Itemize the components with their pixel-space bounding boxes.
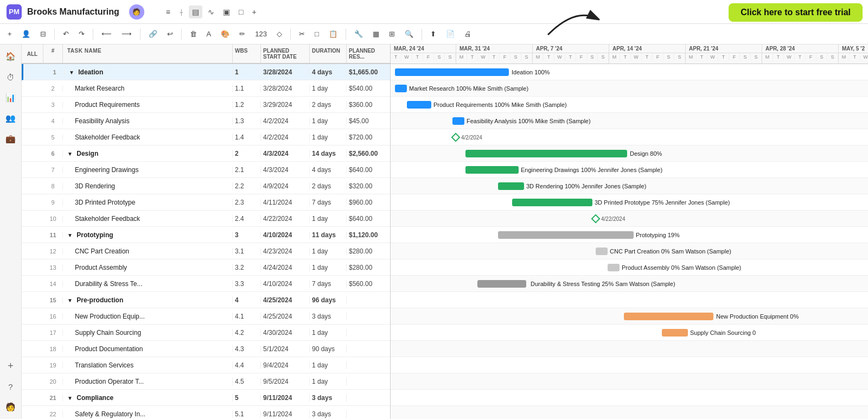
table-row[interactable]: 22 Safety & Regulatory In... 5.1 9/11/20… — [22, 406, 390, 419]
table-row[interactable]: 13 Product Assembly 3.2 4/24/2024 1 day … — [22, 259, 390, 276]
row-number: 10 — [43, 215, 63, 222]
day-cell: S — [598, 53, 609, 61]
gantt-bar[interactable] — [395, 85, 407, 92]
font-button[interactable]: A — [203, 28, 215, 40]
doc-button[interactable]: 📄 — [443, 28, 458, 40]
cta-button[interactable]: Click here to start free trial — [729, 3, 863, 22]
edit-button[interactable]: ✏ — [236, 28, 248, 40]
add-view-icon[interactable]: + — [248, 5, 259, 18]
table-row[interactable]: 21 ▼ Compliance 5 9/11/2024 3 days — [22, 390, 390, 406]
table-row[interactable]: 5 Stakeholder Feedback 1.4 4/2/2024 1 da… — [22, 129, 390, 145]
export-button[interactable]: ⬆ — [427, 28, 439, 40]
row-wbs: 3.3 — [233, 280, 261, 288]
gantt-bar-label: CNC Part Creation 0% Sam Watson (Sample) — [610, 248, 731, 255]
gantt-bar[interactable] — [477, 280, 526, 288]
table-row[interactable]: 2 Market Research 1.1 3/28/2024 1 day $5… — [22, 80, 390, 97]
gantt-bar[interactable] — [465, 150, 627, 157]
table-row[interactable]: 6 ▼ Design 2 4/3/2024 14 days $2,560.00 — [22, 145, 390, 162]
calendar-icon[interactable]: ▣ — [220, 5, 233, 18]
assign-user-button[interactable]: 👤 — [18, 28, 34, 40]
gantt-row — [391, 357, 868, 373]
date-group: APR, 28 '24MTWTFSS — [762, 45, 839, 64]
card-icon[interactable]: □ — [235, 5, 246, 18]
undo-button[interactable]: ↶ — [60, 28, 72, 40]
sidebar-team[interactable]: 👥 — [3, 111, 18, 126]
sidebar-resources[interactable]: 💼 — [3, 131, 18, 147]
gantt-bar[interactable] — [407, 101, 431, 109]
table-row[interactable]: 20 Production Operator T... 4.5 9/5/2024… — [22, 373, 390, 390]
add-button[interactable]: + — [4, 28, 15, 40]
sidebar-add[interactable]: + — [3, 358, 18, 373]
gantt-row: Ideation 100% — [391, 64, 868, 80]
gantt-bar[interactable] — [395, 68, 509, 76]
cut-button[interactable]: ✂ — [296, 28, 308, 40]
gantt-row: Feasibility Analysis 100% Mike Smith (Sa… — [391, 113, 868, 129]
table-row[interactable]: 12 CNC Part Creation 3.1 4/23/2024 1 day… — [22, 243, 390, 259]
link-button[interactable]: 🔗 — [145, 28, 161, 40]
row-wbs: 1.2 — [233, 101, 261, 109]
delete-button[interactable]: 🗑 — [187, 28, 200, 40]
day-cell: W — [554, 53, 565, 61]
sidebar-home[interactable]: 🏠 — [3, 49, 18, 64]
user-avatar[interactable]: 🧑 — [129, 4, 144, 20]
menu-icon[interactable]: ≡ — [163, 5, 174, 18]
link-back-button[interactable]: ↩ — [164, 28, 176, 40]
table-row[interactable]: 1 ▼ Ideation 1 3/28/2024 4 days $1,665.0… — [22, 64, 390, 80]
separator — [54, 29, 55, 40]
shape-button[interactable]: ◇ — [273, 28, 285, 40]
app: PM Brooks Manufacturing 🧑 ≡ ⟊ ▤ ∿ ▣ □ + … — [0, 0, 868, 419]
table-row[interactable]: 16 New Production Equip... 4.1 4/25/2024… — [22, 308, 390, 325]
day-cell: T — [850, 53, 860, 61]
columns-icon[interactable]: ⟊ — [176, 5, 187, 18]
row-start-date: 4/3/2024 — [261, 150, 310, 157]
table-row[interactable]: 11 ▼ Prototyping 3 4/10/2024 11 days $1,… — [22, 227, 390, 243]
table-row[interactable]: 19 Translation Services 4.4 9/4/2024 1 d… — [22, 357, 390, 373]
gantt-bar-label: 3D Rendering 100% Jennifer Jones (Sample… — [526, 183, 646, 189]
gantt-bar[interactable] — [608, 264, 620, 271]
print-button[interactable]: 🖨 — [461, 28, 475, 40]
gantt-bar[interactable] — [465, 166, 519, 174]
row-task-name: ▼ Ideation — [65, 68, 233, 76]
gantt-bar[interactable] — [624, 313, 713, 320]
paste-button[interactable]: 📋 — [326, 28, 341, 40]
zoom-button[interactable]: 🔍 — [401, 28, 417, 40]
table-icon[interactable]: ▤ — [189, 5, 202, 18]
table-row[interactable]: 17 Supply Chain Sourcing 4.2 4/30/2024 1… — [22, 325, 390, 341]
color-button[interactable]: 🎨 — [218, 28, 233, 40]
chart-icon[interactable]: ∿ — [205, 5, 218, 18]
table-row[interactable]: 7 Engineering Drawings 2.1 4/3/2024 4 da… — [22, 162, 390, 178]
table-row[interactable]: 10 Stakeholder Feedback 2.4 4/22/2024 1 … — [22, 211, 390, 227]
row-task-name: Stakeholder Feedback — [63, 134, 233, 141]
sidebar-help[interactable]: ? — [3, 379, 18, 394]
number-button[interactable]: 123 — [252, 28, 270, 40]
row-duration: 14 days — [310, 150, 347, 157]
table-row[interactable]: 14 Durability & Stress Te... 3.3 4/10/20… — [22, 276, 390, 292]
gantt-bar[interactable] — [662, 329, 688, 337]
table-row[interactable]: 3 Product Requirements 1.2 3/29/2024 2 d… — [22, 97, 390, 113]
table-row[interactable]: 4 Feasibility Analysis 1.3 4/2/2024 1 da… — [22, 113, 390, 129]
indent-right-button[interactable]: ⟶ — [118, 28, 135, 40]
settings-button[interactable]: 🔧 — [351, 28, 366, 40]
indent-button[interactable]: ⊟ — [37, 28, 49, 40]
gantt-bar[interactable] — [596, 247, 608, 255]
row-number: 22 — [43, 411, 63, 417]
table-row[interactable]: 9 3D Printed Prototype 2.3 4/11/2024 7 d… — [22, 194, 390, 211]
sidebar-timeline[interactable]: ⏱ — [3, 69, 18, 85]
table-row[interactable]: 15 ▼ Pre-production 4 4/25/2024 96 days — [22, 292, 390, 308]
sidebar-reports[interactable]: 📊 — [3, 90, 18, 105]
gantt-bar[interactable] — [498, 182, 524, 190]
grid-button[interactable]: ▦ — [369, 28, 382, 40]
row-wbs: 4.4 — [233, 361, 261, 369]
copy-button[interactable]: □ — [311, 28, 322, 40]
table-row[interactable]: 18 Product Documentation 4.3 5/1/2024 90… — [22, 341, 390, 357]
gantt-bar[interactable] — [512, 199, 592, 206]
gantt-bar[interactable] — [498, 231, 634, 239]
sidebar-user[interactable]: 🧑 — [3, 399, 18, 415]
gantt-bar[interactable] — [452, 117, 464, 125]
indent-left-button[interactable]: ⟵ — [98, 28, 115, 40]
table-row[interactable]: 8 3D Rendering 2.2 4/9/2024 2 days $320.… — [22, 178, 390, 194]
table2-button[interactable]: ⊞ — [386, 28, 398, 40]
row-duration: 1 day — [310, 264, 347, 271]
redo-button[interactable]: ↷ — [75, 28, 88, 40]
row-number: 8 — [43, 183, 63, 189]
